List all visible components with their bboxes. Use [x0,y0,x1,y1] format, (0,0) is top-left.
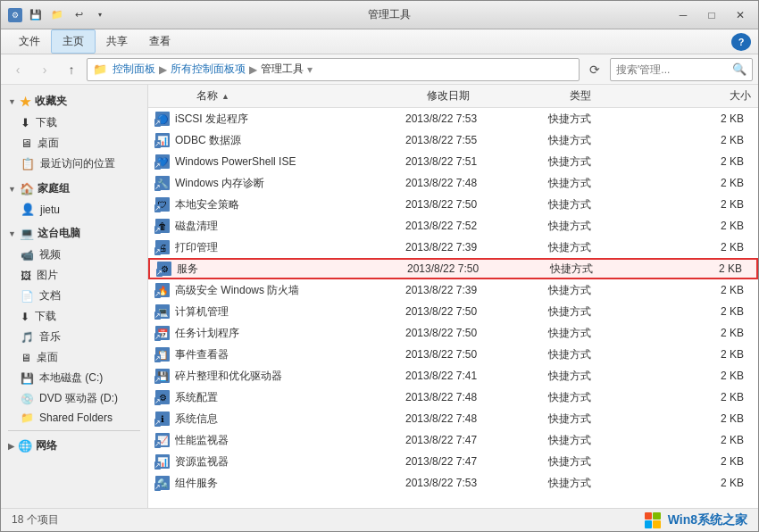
sidebar-item-videos[interactable]: 📹 视频 [1,245,147,265]
dvd-icon: 💿 [21,393,34,405]
sidebar-item-music[interactable]: 🎵 音乐 [1,327,147,347]
sidebar-favorites-header[interactable]: ▼ ★ 收藏夹 [1,90,147,112]
breadcrumb-allitems[interactable]: 所有控制面板项 [171,62,246,77]
file-type: 快捷方式 [541,454,630,470]
sidebar-item-desktop2[interactable]: 🖥 桌面 [1,347,147,368]
maximize-button[interactable]: □ [697,3,726,28]
file-size: 2 KB [630,112,751,125]
file-icon-1: 📊 [155,133,170,147]
file-name: Windows 内存诊断 [175,176,398,191]
breadcrumb-controlpanel[interactable]: 控制面板 [113,62,155,77]
up-button[interactable]: ↑ [60,58,83,81]
file-row[interactable]: ℹ 系统信息 2013/8/22 7:48 快捷方式 2 KB [148,408,758,429]
file-date: 2013/8/22 7:50 [400,262,543,275]
file-row[interactable]: 💾 碎片整理和优化驱动器 2013/8/22 7:41 快捷方式 2 KB [148,365,758,387]
qa-folder-btn[interactable]: 📁 [47,6,67,24]
file-row[interactable]: ⚙ 服务 2013/8/22 7:50 快捷方式 2 KB [148,258,758,279]
menu-home[interactable]: 主页 [51,29,96,54]
menu-view[interactable]: 查看 [138,30,181,53]
file-size: 2 KB [630,477,751,489]
sidebar-thispc-header[interactable]: ▼ 💻 这台电脑 [1,222,147,245]
folder-icon: 📁 [93,62,107,76]
col-header-date[interactable]: 修改日期 [420,85,563,107]
sidebar-homegroup-header[interactable]: ▼ 🏠 家庭组 [1,178,147,200]
file-row[interactable]: 🔥 高级安全 Windows 防火墙 2013/8/22 7:39 快捷方式 2… [148,279,758,301]
file-row[interactable]: 🔩 组件服务 2013/8/22 7:53 快捷方式 2 KB [148,472,758,494]
file-name: 性能监视器 [175,433,398,448]
file-row[interactable]: 🔧 Windows 内存诊断 2013/8/22 7:48 快捷方式 2 KB [148,172,758,194]
file-row[interactable]: 🗑 磁盘清理 2013/8/22 7:52 快捷方式 2 KB [148,215,758,237]
sort-arrow: ▲ [221,92,229,101]
address-box[interactable]: 📁 控制面板 ▶ 所有控制面板项 ▶ 管理工具 ▾ [87,58,580,81]
sidebar-item-docs[interactable]: 📄 文档 [1,286,147,306]
close-button[interactable]: ✕ [726,3,755,28]
file-date: 2013/8/22 7:48 [398,412,541,425]
col-header-size[interactable]: 大小 [652,85,758,107]
menu-share[interactable]: 共享 [96,30,138,53]
file-size: 2 KB [630,412,751,425]
file-row[interactable]: 📊 ODBC 数据源 2013/8/22 7:55 快捷方式 2 KB [148,129,758,151]
win-logo-red [645,512,653,520]
forward-button[interactable]: › [33,58,56,81]
file-icon-10: 📅 [155,326,170,340]
file-row[interactable]: 🛡 本地安全策略 2013/8/22 7:50 快捷方式 2 KB [148,194,758,215]
file-date: 2013/8/22 7:53 [398,477,541,489]
qa-dropdown-btn[interactable]: ▾ [90,6,110,24]
file-name: 碎片整理和优化驱动器 [175,369,398,384]
file-name: 系统配置 [175,390,398,405]
file-name: 系统信息 [175,411,398,427]
menu-file[interactable]: 文件 [8,30,51,53]
file-size: 2 KB [630,455,751,468]
minimize-button[interactable]: ─ [669,3,697,28]
file-row[interactable]: 📈 性能监视器 2013/8/22 7:47 快捷方式 2 KB [148,429,758,451]
file-row[interactable]: 📅 任务计划程序 2013/8/22 7:50 快捷方式 2 KB [148,322,758,344]
sidebar-item-downloads2[interactable]: ⬇ 下载 [1,306,147,327]
search-input[interactable] [616,63,729,76]
window-icon: ⚙ [8,8,22,22]
file-type: 快捷方式 [541,326,630,341]
file-name: 组件服务 [175,476,398,491]
sidebar-thispc-label: 这台电脑 [38,226,80,241]
help-button[interactable]: ? [731,33,751,51]
sidebar-item-dvd[interactable]: 💿 DVD 驱动器 (D:) [1,388,147,409]
sidebar-item-pictures[interactable]: 🖼 图片 [1,265,147,286]
sidebar-item-desktop[interactable]: 🖥 桌面 [1,133,147,154]
file-row[interactable]: ⚙ 系统配置 2013/8/22 7:48 快捷方式 2 KB [148,387,758,408]
sidebar-item-jietu[interactable]: 👤 jietu [1,200,147,219]
window-controls: ─ □ ✕ [669,3,755,28]
file-row[interactable]: 💻 计算机管理 2013/8/22 7:50 快捷方式 2 KB [148,301,758,322]
win-logo-yellow [653,520,661,528]
title-bar: ⚙ 💾 📁 ↩ ▾ 管理工具 ─ □ ✕ [1,1,758,29]
file-size: 2 KB [630,348,751,361]
file-row[interactable]: 📊 资源监视器 2013/8/22 7:47 快捷方式 2 KB [148,451,758,472]
sidebar-homegroup-label: 家庭组 [38,181,70,196]
sidebar-item-shared[interactable]: 📁 Shared Folders [1,409,147,427]
file-name: 服务 [177,262,400,277]
qa-save-btn[interactable]: 💾 [26,6,46,24]
sidebar-item-recent[interactable]: 📋 最近访问的位置 [1,154,147,174]
file-date: 2013/8/22 7:50 [398,327,541,339]
desktop2-icon: 🖥 [21,352,31,364]
file-date: 2013/8/22 7:50 [398,305,541,318]
file-row[interactable]: 🔵 iSCSI 发起程序 2013/8/22 7:53 快捷方式 2 KB [148,108,758,129]
file-row[interactable]: 💙 Windows PowerShell ISE 2013/8/22 7:51 … [148,151,758,172]
file-size: 2 KB [630,220,751,232]
star-icon: ★ [20,95,31,109]
sidebar-item-localdisk[interactable]: 💾 本地磁盘 (C:) [1,368,147,388]
sidebar: ▼ ★ 收藏夹 ⬇ 下载 🖥 桌面 📋 最近访问的位置 [1,85,148,508]
qa-undo-btn[interactable]: ↩ [69,6,88,24]
file-list: 🔵 iSCSI 发起程序 2013/8/22 7:53 快捷方式 2 KB 📊 … [148,108,758,508]
sidebar-network-header[interactable]: ▶ 🌐 网络 [1,435,147,457]
file-icon-13: ⚙ [155,390,170,404]
file-row[interactable]: 🖨 打印管理 2013/8/22 7:39 快捷方式 2 KB [148,237,758,258]
file-date: 2013/8/22 7:50 [398,348,541,361]
file-row[interactable]: 📋 事件查看器 2013/8/22 7:50 快捷方式 2 KB [148,344,758,365]
file-date: 2013/8/22 7:47 [398,455,541,468]
refresh-button[interactable]: ⟳ [583,58,606,81]
back-button[interactable]: ‹ [6,58,29,81]
col-header-name[interactable]: 名称 ▲ [170,85,420,107]
sidebar-item-downloads[interactable]: ⬇ 下载 [1,112,147,133]
videos-icon: 📹 [21,249,34,262]
search-icon[interactable]: 🔍 [732,62,746,76]
col-header-type[interactable]: 类型 [563,85,652,107]
